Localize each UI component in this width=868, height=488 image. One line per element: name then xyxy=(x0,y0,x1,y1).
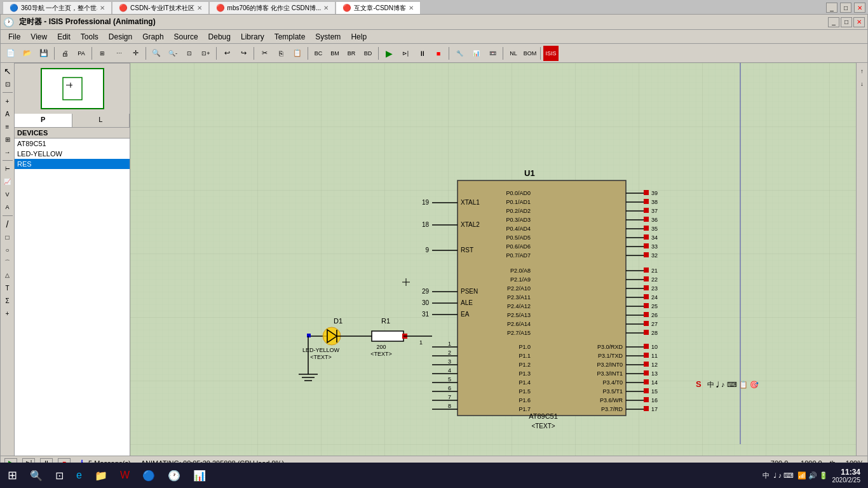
menu-source[interactable]: Source xyxy=(169,31,203,43)
tool-current-probe[interactable]: A xyxy=(2,201,13,213)
tool-box[interactable]: □ xyxy=(2,231,13,243)
toolbar-graph[interactable]: 📊 xyxy=(468,46,484,61)
device-item-at89c51[interactable]: AT89C51 xyxy=(15,139,130,149)
isis-close[interactable]: ✕ xyxy=(853,17,865,27)
device-item-led-yellow[interactable]: LED-YELLOW xyxy=(15,149,130,159)
tool-select[interactable]: ↖ xyxy=(2,65,13,77)
tool-symbol[interactable]: Σ xyxy=(2,295,13,306)
tab-close-2[interactable]: ✕ xyxy=(197,4,202,11)
tool-graph[interactable]: 📈 xyxy=(2,176,13,187)
tab-close-1[interactable]: ✕ xyxy=(100,4,105,11)
preview-schematic xyxy=(44,71,101,106)
menu-file[interactable]: File xyxy=(3,31,25,43)
taskbar-explorer[interactable]: 📁 xyxy=(90,465,112,485)
toolbar-block-move[interactable]: BM xyxy=(327,46,342,61)
menu-design[interactable]: Design xyxy=(104,31,137,43)
taskbar-360[interactable]: 🔵 xyxy=(137,465,160,485)
menu-tools[interactable]: Tools xyxy=(76,31,104,43)
toolbar-grid-dots[interactable]: ⋯ xyxy=(111,46,126,61)
tool-device-pin[interactable]: ⊢ xyxy=(2,163,13,175)
pin-p01: P0.1/AD1 xyxy=(506,199,531,205)
toolbar-netlist[interactable]: NL xyxy=(506,46,521,61)
taskbar-edge[interactable]: e xyxy=(71,465,87,485)
toolbar-save[interactable]: 💾 xyxy=(36,46,51,61)
tool-marker[interactable]: + xyxy=(2,308,13,319)
tool-junction[interactable]: + xyxy=(2,95,13,107)
toolbar-copy[interactable]: ⎘ xyxy=(273,46,288,61)
taskbar-wps[interactable]: W xyxy=(115,465,135,485)
toolbar-block-rotate[interactable]: BR xyxy=(344,46,359,61)
menu-graph[interactable]: Graph xyxy=(137,31,168,43)
right-tool-1[interactable]: ↑ xyxy=(857,65,868,77)
tool-voltage-probe[interactable]: V xyxy=(2,189,13,200)
tool-terminal[interactable]: → xyxy=(2,146,13,158)
toolbar-bom[interactable]: BOM xyxy=(522,46,538,61)
toolbar-run[interactable]: ▶ xyxy=(381,46,397,61)
browser-tab-1[interactable]: 🔵 360导航 一个主页，整个世界 ✕ xyxy=(3,1,112,14)
toolbar-redo[interactable]: ↪ xyxy=(236,46,251,61)
browser-tab-2[interactable]: 🔴 CSDN-专业IT技术社区 ✕ xyxy=(112,1,209,14)
taskbar-app1[interactable]: 📊 xyxy=(188,465,211,485)
toolbar-print[interactable]: 🖨 xyxy=(57,46,72,61)
browser-restore[interactable]: □ xyxy=(840,3,851,13)
taskbar-search[interactable]: 🔍 xyxy=(25,465,48,485)
tool-circle[interactable]: ○ xyxy=(2,244,13,255)
tool-wire-label[interactable]: A xyxy=(2,108,13,119)
pin-p21: P2.1/A9 xyxy=(510,276,531,283)
toolbar-tape[interactable]: 📼 xyxy=(485,46,500,61)
toolbar-block-copy[interactable]: BC xyxy=(311,46,326,61)
tab-close-3[interactable]: ✕ xyxy=(323,4,329,11)
toolbar-origin[interactable]: ✛ xyxy=(128,46,143,61)
menu-library[interactable]: Library xyxy=(236,31,269,43)
toolbar-zoom-in[interactable]: 🔍 xyxy=(149,46,164,61)
browser-tab-3[interactable]: 🔴 mbs706的博客 化作尘 CSDN博... ✕ xyxy=(209,1,336,14)
toolbar-component[interactable]: 🔧 xyxy=(452,46,467,61)
toolbar-zoom-fit[interactable]: ⊡ xyxy=(182,46,197,61)
pin-num-p10: 1 xyxy=(448,341,451,347)
toolbar-zoom-area[interactable]: ⊡+ xyxy=(198,46,214,61)
taskbar-taskview[interactable]: ⊡ xyxy=(50,465,69,485)
panel-header: P L xyxy=(15,114,130,128)
right-tool-2[interactable]: ↓ xyxy=(857,78,868,90)
toolbar-stop[interactable]: ■ xyxy=(431,46,446,61)
start-button[interactable]: ⊞ xyxy=(3,465,22,485)
tool-component[interactable]: ⊡ xyxy=(2,78,13,90)
toolbar-red[interactable]: ISIS xyxy=(543,46,559,61)
panel-tab-p[interactable]: P xyxy=(15,114,72,127)
menu-system[interactable]: System xyxy=(310,31,346,43)
panel-tab-l[interactable]: L xyxy=(72,114,130,127)
menu-view[interactable]: View xyxy=(25,31,52,43)
toolbar-open[interactable]: 📂 xyxy=(20,46,35,61)
tool-polygon[interactable]: △ xyxy=(2,269,13,281)
isis-minimize[interactable]: _ xyxy=(828,17,839,27)
toolbar-cut[interactable]: ✂ xyxy=(257,46,272,61)
device-item-res[interactable]: RES xyxy=(15,159,130,169)
isis-restore[interactable]: □ xyxy=(841,17,852,27)
toolbar-step[interactable]: ⊳| xyxy=(398,46,413,61)
toolbar-pause[interactable]: ⏸ xyxy=(414,46,430,61)
tool-bus[interactable]: ≡ xyxy=(2,121,13,132)
canvas-area[interactable]: U1 19 XTAL1 18 XTAL2 9 RST 29 PSEN xyxy=(130,63,856,456)
tool-line[interactable]: / xyxy=(2,219,13,230)
toolbar-block-delete[interactable]: BD xyxy=(360,46,376,61)
toolbar-grid[interactable]: ⊞ xyxy=(95,46,110,61)
menu-template[interactable]: Template xyxy=(269,31,311,43)
toolbar-paste[interactable]: 📋 xyxy=(290,46,305,61)
left-panel: P L DEVICES AT89C51 LED-YELLOW RES xyxy=(15,63,130,456)
taskbar-proteus[interactable]: 🕐 xyxy=(163,465,186,485)
toolbar-print-area[interactable]: PA xyxy=(74,46,89,61)
browser-minimize[interactable]: _ xyxy=(826,3,837,13)
tool-subcircuit[interactable]: ⊞ xyxy=(2,133,13,145)
toolbar-zoom-out[interactable]: 🔍- xyxy=(165,46,180,61)
tool-arc[interactable]: ⌒ xyxy=(2,257,13,268)
toolbar-new[interactable]: 📄 xyxy=(3,46,18,61)
tab-close-4[interactable]: ✕ xyxy=(409,4,414,11)
tool-text[interactable]: T xyxy=(2,282,13,294)
menu-edit[interactable]: Edit xyxy=(52,31,76,43)
menu-debug[interactable]: Debug xyxy=(203,31,236,43)
browser-tab-4[interactable]: 🔴 互文章-CSDN博客 ✕ xyxy=(336,1,421,14)
toolbar-undo[interactable]: ↩ xyxy=(219,46,234,61)
browser-close[interactable]: ✕ xyxy=(854,3,865,13)
menu-help[interactable]: Help xyxy=(346,31,372,43)
taskbar-clock[interactable]: 11:34 2020/2/25 xyxy=(832,468,861,484)
